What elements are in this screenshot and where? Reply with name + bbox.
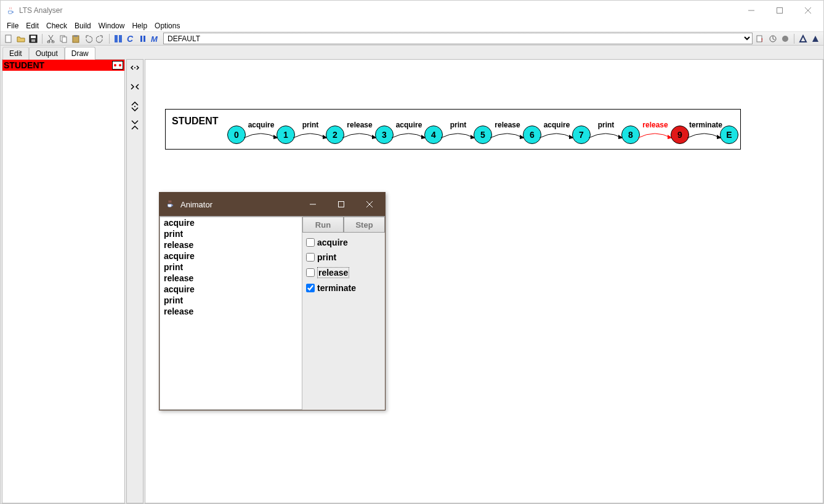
toolbar: C M DEFAULT ! — [1, 32, 823, 46]
animator-minimize-button[interactable] — [299, 193, 327, 216]
state-node[interactable]: E — [720, 126, 738, 144]
main-window: LTS Analyser File Edit Check Build Windo… — [0, 0, 824, 504]
menubar: File Edit Check Build Window Help Option… — [1, 20, 823, 32]
transition-label: acquire — [246, 121, 277, 129]
svg-rect-17 — [140, 36, 142, 42]
animator-window: Animator acquireprintreleaseacquireprint… — [159, 192, 386, 410]
tab-draw[interactable]: Draw — [65, 47, 95, 60]
transition-label: acquire — [541, 121, 572, 129]
action-checkbox[interactable]: terminate — [306, 283, 381, 293]
transition-label: release — [344, 121, 375, 129]
action-checkbox[interactable]: release — [306, 267, 381, 278]
blank-arrow-icon[interactable] — [798, 33, 809, 44]
tab-bar: Edit Output Draw — [1, 46, 823, 59]
trace-line[interactable]: release — [160, 239, 302, 250]
lts-diagram: STUDENT 0acquire1print2release3acquire4p… — [165, 109, 741, 150]
svg-point-24 — [134, 67, 135, 68]
trace-line[interactable]: acquire — [160, 250, 302, 262]
model-list: STUDENT — [2, 59, 125, 503]
trace-line[interactable]: release — [160, 306, 302, 317]
svg-text:C: C — [127, 34, 134, 43]
stop-icon[interactable] — [780, 33, 791, 44]
svg-rect-1 — [777, 7, 783, 13]
java-icon — [166, 199, 176, 209]
trace-list[interactable]: acquireprintreleaseacquireprintreleaseac… — [160, 217, 302, 410]
collapse-vertical-icon[interactable] — [129, 119, 141, 131]
transition-label: acquire — [394, 121, 424, 129]
trace-line[interactable]: acquire — [160, 284, 302, 295]
java-icon — [6, 6, 15, 15]
model-thumb-icon — [112, 61, 123, 70]
trace-line[interactable]: print — [160, 262, 302, 273]
action-checkbox[interactable]: print — [306, 252, 381, 262]
animator-title: Animator — [180, 200, 212, 209]
checkbox-input[interactable] — [306, 238, 315, 247]
cut-icon[interactable] — [46, 33, 57, 44]
new-icon[interactable] — [3, 33, 14, 44]
checkbox-input[interactable] — [306, 268, 315, 277]
menu-window[interactable]: Window — [95, 20, 129, 31]
model-item-student[interactable]: STUDENT — [2, 60, 124, 71]
menu-file[interactable]: File — [3, 20, 22, 31]
transition-label: release — [492, 121, 523, 129]
maximize-button[interactable] — [765, 1, 794, 20]
tab-edit[interactable]: Edit — [2, 47, 29, 60]
trace-line[interactable]: acquire — [160, 217, 302, 228]
menu-edit[interactable]: Edit — [22, 20, 42, 31]
svg-rect-6 — [31, 36, 36, 38]
menu-help[interactable]: Help — [128, 20, 151, 31]
view-toolbar — [126, 59, 143, 503]
svg-point-25 — [134, 106, 135, 107]
menu-options[interactable]: Options — [151, 20, 184, 31]
transition-label: terminate — [689, 121, 720, 129]
svg-rect-14 — [115, 35, 118, 42]
collapse-icon[interactable] — [129, 82, 141, 94]
action-checkbox[interactable]: acquire — [306, 238, 381, 247]
run-icon[interactable]: M — [150, 33, 161, 44]
filled-arrow-icon[interactable] — [810, 33, 821, 44]
pause-icon[interactable] — [137, 33, 148, 44]
svg-rect-13 — [74, 35, 78, 37]
animator-close-button[interactable] — [355, 193, 384, 216]
undo-icon[interactable] — [83, 33, 94, 44]
tab-output[interactable]: Output — [29, 47, 65, 60]
save-icon[interactable] — [28, 33, 39, 44]
transition-label: print — [591, 121, 621, 129]
svg-rect-4 — [6, 35, 11, 42]
menu-build[interactable]: Build — [71, 20, 95, 31]
target-select[interactable]: DEFAULT — [163, 33, 753, 44]
svg-rect-7 — [31, 39, 35, 42]
expand-vertical-icon[interactable] — [129, 100, 141, 113]
menu-check[interactable]: Check — [42, 20, 71, 31]
progress-icon[interactable] — [767, 33, 778, 44]
svg-rect-15 — [119, 35, 122, 42]
parse-icon[interactable] — [113, 33, 124, 44]
transition-label: print — [443, 121, 474, 129]
expand-icon[interactable] — [129, 63, 141, 76]
animator-titlebar[interactable]: Animator — [160, 193, 385, 216]
close-button[interactable] — [794, 1, 822, 20]
trace-line[interactable]: print — [160, 295, 302, 306]
run-button[interactable]: Run — [302, 217, 344, 233]
safety-icon[interactable]: ! — [755, 33, 766, 44]
svg-text:M: M — [151, 34, 158, 43]
svg-point-23 — [782, 36, 788, 42]
titlebar: LTS Analyser — [1, 1, 823, 20]
open-icon[interactable] — [15, 33, 26, 44]
animator-maximize-button[interactable] — [327, 193, 355, 216]
checkbox-input[interactable] — [306, 253, 315, 262]
checkbox-input[interactable] — [306, 284, 315, 292]
minimize-button[interactable] — [737, 1, 765, 20]
step-button[interactable]: Step — [344, 217, 385, 233]
paste-icon[interactable] — [70, 33, 81, 44]
trace-line[interactable]: release — [160, 273, 302, 284]
svg-rect-27 — [339, 202, 344, 207]
diagram-title: STUDENT — [172, 116, 219, 127]
redo-icon[interactable] — [95, 33, 106, 44]
svg-rect-11 — [62, 37, 67, 42]
transition-label: print — [295, 121, 326, 129]
window-title: LTS Analyser — [19, 6, 62, 15]
compile-icon[interactable]: C — [125, 33, 136, 44]
copy-icon[interactable] — [58, 33, 69, 44]
trace-line[interactable]: print — [160, 228, 302, 239]
